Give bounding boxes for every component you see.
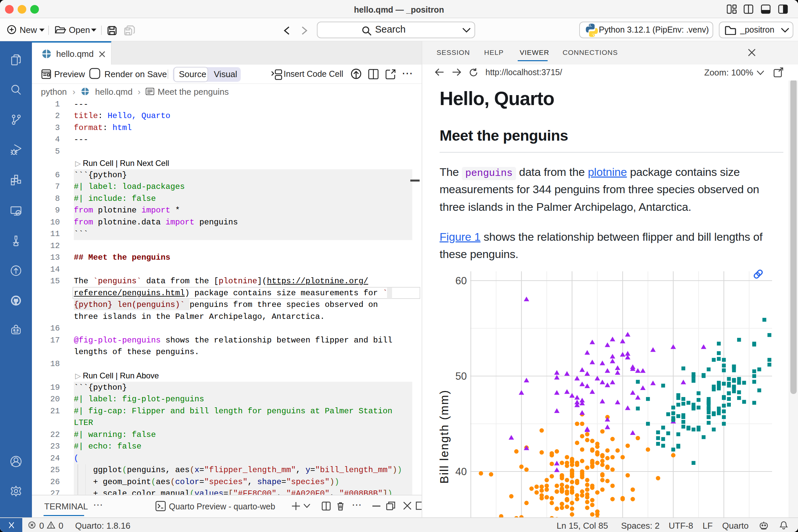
svg-text:60: 60 xyxy=(456,275,467,287)
svg-text:50: 50 xyxy=(456,370,467,382)
svg-text:Bill length (mm): Bill length (mm) xyxy=(438,390,451,483)
svg-text:40: 40 xyxy=(456,466,467,477)
